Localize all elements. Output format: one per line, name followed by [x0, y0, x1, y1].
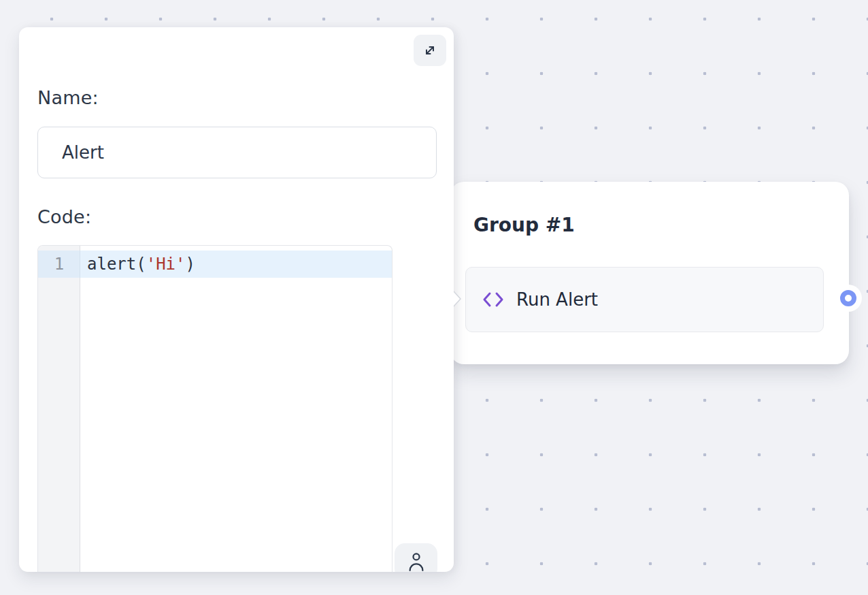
- code-line: alert('Hi'): [87, 251, 195, 278]
- panel-pointer-arrow: [452, 289, 463, 308]
- output-handle[interactable]: [840, 290, 856, 306]
- code-editor[interactable]: 1 alert('Hi'): [37, 245, 393, 572]
- expand-button[interactable]: [414, 35, 446, 66]
- node-run-alert[interactable]: Run Alert: [465, 267, 824, 332]
- user-button[interactable]: [395, 543, 437, 572]
- name-label: Name:: [37, 87, 99, 108]
- code-label: Code:: [37, 206, 91, 227]
- expand-icon: [422, 42, 438, 59]
- name-input[interactable]: [37, 127, 437, 178]
- group-title: Group #1: [473, 214, 575, 236]
- editor-gutter: [38, 246, 80, 572]
- person-icon: [406, 551, 427, 572]
- code-token-plain: alert(: [87, 255, 146, 274]
- code-token-plain: ): [186, 255, 195, 274]
- group-card[interactable]: Group #1 Run Alert: [450, 182, 849, 364]
- code-icon: [482, 291, 504, 308]
- code-token-string: 'Hi': [146, 255, 186, 274]
- node-editor-panel: Name: Code: 1 alert('Hi'): [19, 27, 454, 572]
- line-number: 1: [38, 251, 80, 278]
- node-label: Run Alert: [516, 289, 598, 310]
- flow-canvas[interactable]: Name: Code: 1 alert('Hi') Group #1: [0, 0, 868, 595]
